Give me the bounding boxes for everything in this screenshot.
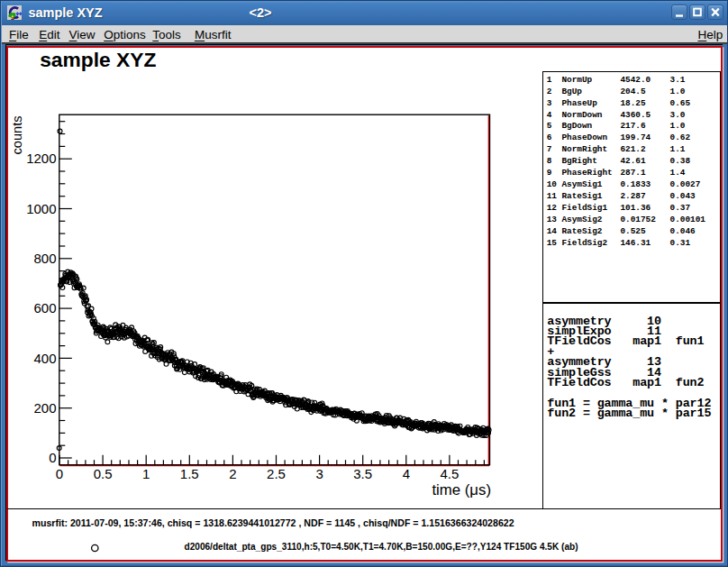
svg-text:800: 800 — [33, 251, 56, 266]
svg-text:1: 1 — [142, 466, 150, 481]
svg-text:200: 200 — [33, 400, 56, 416]
svg-text:2.5: 2.5 — [267, 466, 286, 481]
svg-text:counts: counts — [10, 116, 24, 155]
svg-text:0: 0 — [56, 466, 63, 481]
svg-text:4: 4 — [403, 466, 410, 481]
svg-text:2: 2 — [229, 466, 236, 481]
svg-text:4.5: 4.5 — [440, 466, 459, 481]
svg-text:600: 600 — [33, 300, 56, 316]
svg-text:1.5: 1.5 — [180, 466, 199, 481]
svg-text:1200: 1200 — [26, 151, 56, 166]
svg-text:time (μs): time (μs) — [432, 481, 491, 498]
svg-text:3.5: 3.5 — [353, 466, 372, 481]
svg-text:0.5: 0.5 — [94, 466, 113, 481]
svg-text:0: 0 — [49, 450, 56, 465]
svg-text:400: 400 — [33, 351, 56, 366]
svg-text:3: 3 — [315, 466, 323, 481]
svg-text:1000: 1000 — [26, 201, 56, 216]
